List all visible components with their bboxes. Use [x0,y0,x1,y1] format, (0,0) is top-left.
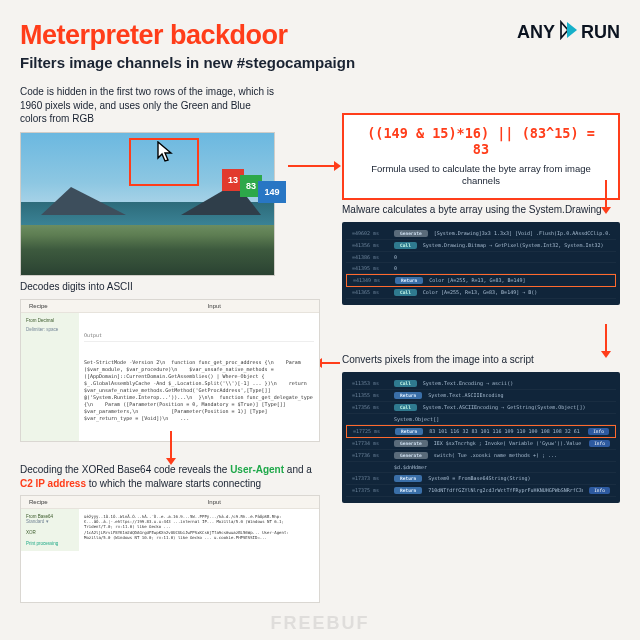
trace-row: =49602 msGenerate[System.Drawing]3x3_1.3… [346,228,616,240]
ascii-output: Output Set-StrictMode -Version 2\n funct… [79,313,319,441]
formula-box: ((149 & 15)*16) || (83^15) = 83 Formula … [342,113,620,200]
step4-caption: Converts pixels from the image into a sc… [342,353,620,367]
input-label-2: Input [200,496,229,508]
op-print: Print processing [26,541,74,546]
step-pixel-script: Converts pixels from the image into a sc… [342,353,620,503]
xor-output: üèžÿÿÿ..1À.1Ò..WinÄ.Ò...hÀ..¨Ù..e..a.16.… [79,509,319,551]
logo-text-1: ANY [517,22,555,43]
recipe-side-2: From Base64 Standard ▾ XOR Print process… [21,509,79,551]
trace-row: =17373 msReturnSystem0 = FromBase64Strin… [346,473,616,485]
step-byte-array: Malware calculates a byte array using th… [342,203,620,305]
page-title: Meterpreter backdoor [20,20,288,51]
step6-caption: Decoding the XORed Base64 code reveals t… [20,463,320,490]
op-from-decimal: From Decimal [26,318,74,323]
arrow-1 [288,165,334,167]
trace-row: =41365 msCallColor [A=255, R=13, G=83, B… [346,287,616,299]
formula-expression: ((149 & 15)*16) || (83^15) = 83 [356,125,606,157]
output-label: Output [84,332,314,342]
step3-caption: Malware calculates a byte array using th… [342,203,620,217]
step1-caption: Code is hidden in the first two rows of … [20,85,275,126]
header: Meterpreter backdoor ANY RUN [20,20,620,51]
trace-row: =41356 msCallSystem.Drawing.Bitmap → Get… [346,240,616,252]
trace-row: =17734 msGenerateIEX $sxTncrhgk ; Invoke… [346,438,616,450]
arrow-3v [605,324,607,352]
trace-row: =17375 msReturn710dNTfdffGZYlNlrg2cdJrWc… [346,485,616,497]
c6-mid: and a [284,464,312,475]
trace-row: =17356 msCallSystem.Text.ASCIIEncoding →… [346,402,616,414]
recipe-label-2: Recipe [21,496,56,508]
script-panel: =11353 msCallSystem.Text.Encoding → asci… [342,372,620,503]
trace-row: =41386 ms0 [346,252,616,263]
ascii-code: Set-StrictMode -Version 2\n function fun… [84,359,314,422]
watermark: FREEBUF [271,613,370,634]
arrow-4h [322,362,340,364]
recipe-label: Recipe [21,300,56,312]
play-icon [558,20,578,45]
user-agent-highlight: User-Agent [230,464,284,475]
step-xor-decode: Decoding the XORed Base64 code reveals t… [20,463,320,603]
formula-description: Formula used to calculate the byte array… [356,163,606,188]
trace-row: =41349 msReturnColor [A=255, R=13, G=83,… [346,274,616,287]
op-std: Standard ▾ [26,519,74,524]
trace-row: =17725 msReturn83 101 116 32 83 101 116 … [346,425,616,438]
step-image-extraction: Code is hidden in the first two rows of … [20,85,275,276]
step5-caption: Decodes digits into ASCII [20,280,320,294]
recipe-side: From Decimal Delimiter: space [21,313,79,441]
arrowhead-1 [334,161,341,171]
c6-post: to which the malware starts connecting [86,478,261,489]
input-label: Input [200,300,229,312]
op-delim: Delimiter: space [26,327,74,332]
c6-pre: Decoding the XORed Base64 code reveals t… [20,464,230,475]
logo-text-2: RUN [581,22,620,43]
diagram-content: Code is hidden in the first two rows of … [20,85,620,605]
trace-row: =17736 msGenerateswitch( Tue .xooski_nam… [346,450,616,462]
chip-blue: 149 [258,181,286,203]
trace-row: =11353 msCallSystem.Text.Encoding → asci… [346,378,616,390]
c2-highlight: C2 IP address [20,478,86,489]
trace-row: $d.$dnHdmer [346,462,616,473]
rgb-chips: 13 83 149 [222,169,286,203]
trace-row: =41395 ms0 [346,263,616,274]
cyberchef-ascii: Recipe Input From Decimal Delimiter: spa… [20,299,320,442]
step-ascii-decode: Decodes digits into ASCII Recipe Input F… [20,280,320,442]
page-subtitle: Filters image channels in new #stegocamp… [20,54,620,71]
cyberchef-xor: Recipe Input From Base64 Standard ▾ XOR … [20,495,320,603]
trace-row: =11355 msReturnSystem.Text.ASCIIEncoding [346,390,616,402]
op-xor: XOR [26,530,74,535]
cursor-icon [156,141,174,167]
trace-row: System.Object[] [346,414,616,425]
byte-array-panel: =49602 msGenerate[System.Drawing]3x3_1.3… [342,222,620,305]
landscape-image: 13 83 149 [20,132,275,276]
logo: ANY RUN [517,20,620,45]
